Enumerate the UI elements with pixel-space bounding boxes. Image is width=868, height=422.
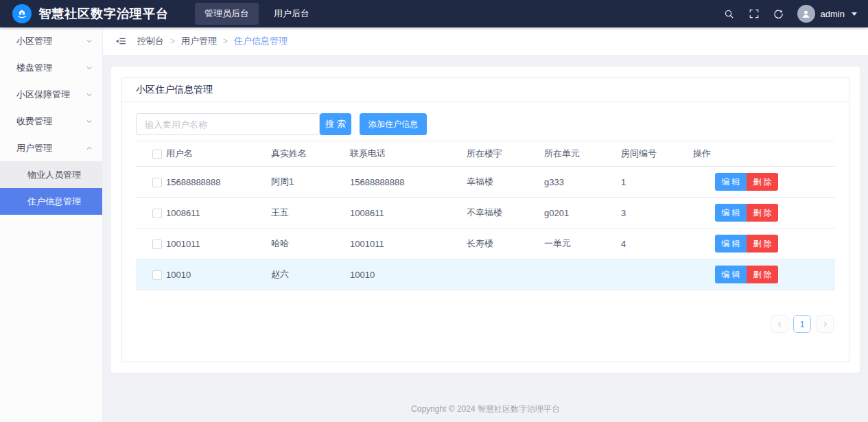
sidebar-item-community-mgmt[interactable]: 小区管理 [0,27,102,54]
tab-admin-backend[interactable]: 管理员后台 [195,3,259,25]
resident-info-card: 小区住户信息管理 搜 索 添加住户信息 [121,77,849,362]
row-checkbox[interactable] [152,178,162,187]
cell-phone: 10010 [350,259,467,290]
card-body: 搜 索 添加住户信息 用户名 真实姓名 [122,102,849,362]
cell-building: 幸福楼 [467,167,544,198]
cell-room [621,259,693,290]
cell-unit: g0201 [544,198,621,228]
navbar-actions: admin [723,5,857,23]
col-room: 房间编号 [621,141,693,167]
chevron-down-icon [86,118,93,125]
cell-username: 1001011 [166,228,271,259]
prev-page-button[interactable] [771,315,788,333]
row-checkbox[interactable] [152,209,162,218]
col-actions: 操作 [693,141,835,167]
cell-room: 1 [621,167,693,198]
edit-button[interactable]: 编 辑 [715,204,747,222]
edit-button[interactable]: 编 辑 [715,266,747,283]
select-all-checkbox[interactable] [152,150,162,159]
refresh-icon[interactable] [773,8,785,20]
app-logo [12,4,32,23]
pagination: 1 [136,315,835,333]
add-resident-button[interactable]: 添加住户信息 [360,113,427,135]
col-building: 所在楼宇 [467,141,544,167]
delete-button[interactable]: 删 除 [747,266,778,283]
sidebar-item-building-mgmt[interactable]: 楼盘管理 [0,54,102,81]
residents-table: 用户名 真实姓名 联系电话 所在楼宇 所在单元 房间编号 操作 [136,141,835,290]
chevron-down-icon [86,91,93,98]
cell-realname: 赵六 [271,259,350,290]
sidebar-subitem-property-staff[interactable]: 物业人员管理 [0,161,102,188]
sidebar-menu: 小区管理 楼盘管理 小区保障管理 收费管理 用户管理 [0,27,103,422]
col-unit: 所在单元 [544,141,621,167]
cell-room: 4 [621,228,693,259]
next-page-button[interactable] [816,315,834,333]
content-panel: 小区住户信息管理 搜 索 添加住户信息 [111,67,860,373]
user-menu[interactable]: admin [797,5,857,23]
cell-room: 3 [621,198,693,228]
sidebar-item-fee-mgmt[interactable]: 收费管理 [0,108,102,134]
breadcrumb: 控制台 > 用户管理 > 住户信息管理 [137,35,288,47]
cell-unit: 一单元 [544,228,621,259]
cell-realname: 阿周1 [271,167,350,198]
table-row: 15688888888 阿周1 15688888888 幸福楼 g333 1 编… [136,167,835,198]
sidebar-subitem-resident-info[interactable]: 住户信息管理 [0,188,102,215]
cell-username: 1008611 [166,198,271,228]
sidebar-item-label: 收费管理 [16,115,52,128]
copyright-footer: Copyright © 2024 智慧社区数字治理平台 [103,403,868,415]
search-button[interactable]: 搜 索 [320,113,351,135]
app-title: 智慧社区数字治理平台 [38,5,169,22]
edit-button[interactable]: 编 辑 [715,235,747,253]
table-row: 1001011 哈哈 1001011 长寿楼 一单元 4 编 辑 删 除 [136,228,835,259]
breadcrumb-separator: > [170,36,175,46]
card-title: 小区住户信息管理 [122,78,849,102]
breadcrumb-separator: > [223,36,228,46]
breadcrumb-item-console[interactable]: 控制台 [137,35,164,47]
cell-unit [544,259,621,290]
chevron-down-icon [86,38,93,45]
col-realname: 真实姓名 [271,141,350,167]
delete-button[interactable]: 删 除 [747,235,778,253]
chevron-down-icon [86,65,93,71]
table-header-row: 用户名 真实姓名 联系电话 所在楼宇 所在单元 房间编号 操作 [136,141,835,167]
table-toolbar: 搜 索 添加住户信息 [136,113,835,135]
table-row: 10010 赵六 10010 编 辑 删 除 [136,259,835,290]
fullscreen-icon[interactable] [748,8,760,20]
cell-phone: 15688888888 [350,167,467,198]
menu-fold-icon[interactable] [114,34,128,48]
navbar-tabs: 管理员后台 用户后台 [195,3,319,25]
main-content: 控制台 > 用户管理 > 住户信息管理 小区住户信息管理 搜 索 添加住户信息 [103,27,868,422]
row-checkbox[interactable] [152,239,162,249]
cell-building: 不幸福楼 [467,198,544,228]
cell-unit: g333 [544,167,621,198]
sidebar-item-label: 楼盘管理 [16,62,52,74]
cell-realname: 王五 [271,198,350,228]
tab-user-backend[interactable]: 用户后台 [264,3,319,25]
page-number-button[interactable]: 1 [793,315,811,333]
user-avatar-icon [797,5,815,23]
delete-button[interactable]: 删 除 [747,204,778,222]
caret-down-icon [852,12,857,16]
col-username: 用户名 [166,141,271,167]
row-checkbox[interactable] [152,270,162,280]
cell-phone: 1001011 [350,228,467,259]
cell-phone: 1008611 [350,198,467,228]
cell-username: 15688888888 [166,167,271,198]
sidebar-item-label: 小区保障管理 [16,89,70,101]
search-icon[interactable] [723,8,736,20]
username-label: admin [821,9,845,19]
sidebar-item-security-mgmt[interactable]: 小区保障管理 [0,81,102,108]
cell-building [467,259,544,290]
cell-building: 长寿楼 [467,228,544,259]
breadcrumb-item-user-mgmt[interactable]: 用户管理 [181,35,217,47]
top-navbar: 智慧社区数字治理平台 管理员后台 用户后台 [0,0,868,27]
edit-button[interactable]: 编 辑 [715,173,747,191]
search-input[interactable] [136,113,320,135]
breadcrumb-item-resident-info: 住户信息管理 [234,35,288,47]
cell-username: 10010 [166,259,271,290]
table-row: 1008611 王五 1008611 不幸福楼 g0201 3 编 辑 删 除 [136,198,835,228]
delete-button[interactable]: 删 除 [747,173,778,191]
col-phone: 联系电话 [350,141,467,167]
sidebar-item-user-mgmt[interactable]: 用户管理 [0,134,102,161]
breadcrumb-bar: 控制台 > 用户管理 > 住户信息管理 [103,27,868,55]
